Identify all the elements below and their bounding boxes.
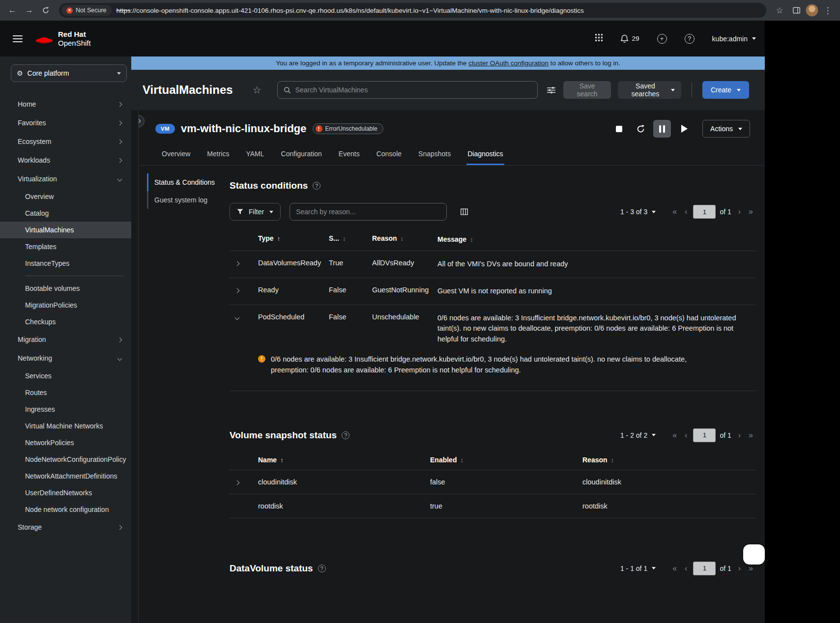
sidebar-item-node-network-configuration[interactable]: Node network configuration [0,501,131,518]
saved-searches-dropdown[interactable]: Saved searches [618,81,681,99]
help-icon[interactable]: ? [313,182,320,190]
sidebar-item-workloads[interactable]: Workloads [0,151,131,170]
sidebar-item-virtual-machine-networks[interactable]: Virtual Machine Networks [0,418,131,434]
app-launcher-button[interactable] [595,34,603,43]
expand-row-button[interactable] [235,286,239,294]
sidebar-item-networkpolicies[interactable]: NetworkPolicies [0,434,131,451]
prev-page-button[interactable]: ‹ [681,562,691,575]
per-page-dropdown[interactable]: 1 - 1 of 1 [620,565,656,572]
prev-page-button[interactable]: ‹ [681,429,691,442]
stop-vm-button[interactable] [610,120,628,138]
tab-yaml[interactable]: YAML [245,145,265,165]
browser-back-button[interactable]: ← [5,3,20,18]
sidebar-item-migrationpolicies[interactable]: MigrationPolicies [0,297,131,313]
browser-forward-button[interactable]: → [22,3,36,18]
manage-columns-button[interactable] [456,203,472,220]
sidebar-item-virtualization[interactable]: Virtualization [0,170,131,188]
column-header-name[interactable]: Name↑ [258,456,430,464]
sidebar-item-favorites[interactable]: Favorites [0,113,131,132]
tab-overview[interactable]: Overview [161,145,191,165]
sidebar-item-userdefinednetworks[interactable]: UserDefinedNetworks [0,484,131,501]
side-panel-button[interactable] [789,3,804,18]
sidebar-item-networkattachmentdefinitions[interactable]: NetworkAttachmentDefinitions [0,468,131,484]
help-button[interactable]: ? [685,34,695,44]
help-icon[interactable]: ? [318,565,326,572]
sidebar-item-storage[interactable]: Storage [0,518,131,537]
sidebar-item-bootable-volumes[interactable]: Bootable volumes [0,280,131,297]
save-search-button[interactable]: Save search [563,81,610,99]
column-header-type[interactable]: Type↑ [258,234,329,242]
floating-widget[interactable] [743,544,765,565]
sidebar-item-home[interactable]: Home [0,95,131,113]
next-page-button[interactable]: › [734,205,745,218]
reason-search-input[interactable] [296,208,440,216]
column-header-message[interactable]: Message↕ [437,234,757,245]
sidebar-item-ecosystem[interactable]: Ecosystem [0,132,131,151]
search-input[interactable] [295,86,532,94]
last-page-button[interactable]: » [745,205,757,218]
filter-dropdown[interactable]: Filter [230,203,281,221]
oauth-configuration-link[interactable]: cluster OAuth configuration [468,59,549,67]
address-bar[interactable]: ✕ Not Secure https://console-openshift-c… [59,3,766,18]
pause-vm-button[interactable] [653,120,671,138]
tab-metrics[interactable]: Metrics [206,145,230,165]
tab-configuration[interactable]: Configuration [280,145,323,165]
sidebar-item-templates[interactable]: Templates [0,238,131,255]
first-page-button[interactable]: « [668,205,681,218]
sidebar-item-checkups[interactable]: Checkups [0,313,131,330]
page-number-input[interactable] [693,428,716,442]
bookmark-star-button[interactable]: ☆ [772,3,787,18]
expand-row-button[interactable] [235,259,239,267]
browser-profile-avatar[interactable] [806,4,818,17]
page-number-input[interactable] [693,205,716,219]
subtab-status-conditions[interactable]: Status & Conditions [147,173,221,191]
sidebar-item-services[interactable]: Services [0,368,131,384]
add-button[interactable]: + [657,34,667,44]
last-page-button[interactable]: » [745,429,757,442]
vm-status-badge[interactable]: ! ErrorUnschedulable [313,123,383,134]
sidebar-item-ingresses[interactable]: Ingresses [0,401,131,418]
tab-diagnostics[interactable]: Diagnostics [466,145,504,165]
next-page-button[interactable]: › [734,429,745,442]
column-header-status[interactable]: S...↕ [329,234,372,242]
column-header-reason[interactable]: Reason↕ [582,456,757,464]
first-page-button[interactable]: « [668,429,681,442]
perspective-switcher[interactable]: ⚙ Core platform [11,64,127,82]
tab-console[interactable]: Console [376,145,403,165]
sidebar-item-instancetypes[interactable]: InstanceTypes [0,255,131,272]
subtab-guest-system-log[interactable]: Guest system log [147,191,221,209]
help-icon[interactable]: ? [342,431,349,439]
security-chip[interactable]: ✕ Not Secure [61,5,112,16]
collapse-row-button[interactable] [235,313,239,321]
start-vm-button[interactable] [675,120,693,138]
favorite-star-button[interactable]: ☆ [253,84,261,96]
first-page-button[interactable]: « [668,562,681,575]
nav-toggle-button[interactable] [13,35,23,42]
sidebar-item-overview[interactable]: Overview [0,188,131,205]
sidebar-item-networking[interactable]: Networking [0,349,131,368]
per-page-dropdown[interactable]: 1 - 3 of 3 [620,208,656,216]
tab-snapshots[interactable]: Snapshots [417,145,452,165]
sidebar-item-virtualmachines[interactable]: VirtualMachines [0,222,131,238]
columns-icon [461,208,468,215]
column-header-enabled[interactable]: Enabled↕ [430,456,582,464]
prev-page-button[interactable]: ‹ [681,205,691,218]
create-button[interactable]: Create [702,81,749,99]
tab-events[interactable]: Events [338,145,361,165]
sidebar-item-migration[interactable]: Migration [0,330,131,349]
expand-row-button[interactable] [235,478,239,486]
notifications-button[interactable]: 29 [620,34,639,43]
advanced-search-button[interactable] [544,82,558,98]
column-header-reason[interactable]: Reason↕ [372,234,437,242]
per-page-dropdown[interactable]: 1 - 2 of 2 [620,431,656,439]
next-page-button[interactable]: › [734,562,745,575]
restart-vm-button[interactable] [632,120,649,138]
browser-menu-button[interactable]: ⋮ [820,3,835,18]
page-number-input[interactable] [693,562,716,575]
browser-refresh-button[interactable] [38,3,53,18]
actions-dropdown[interactable]: Actions [702,120,750,138]
sidebar-item-catalog[interactable]: Catalog [0,205,131,222]
user-menu[interactable]: kube:admin [712,35,756,43]
sidebar-item-nodenetworkconfigurationpolicy[interactable]: NodeNetworkConfigurationPolicy [0,451,131,468]
sidebar-item-routes[interactable]: Routes [0,384,131,401]
